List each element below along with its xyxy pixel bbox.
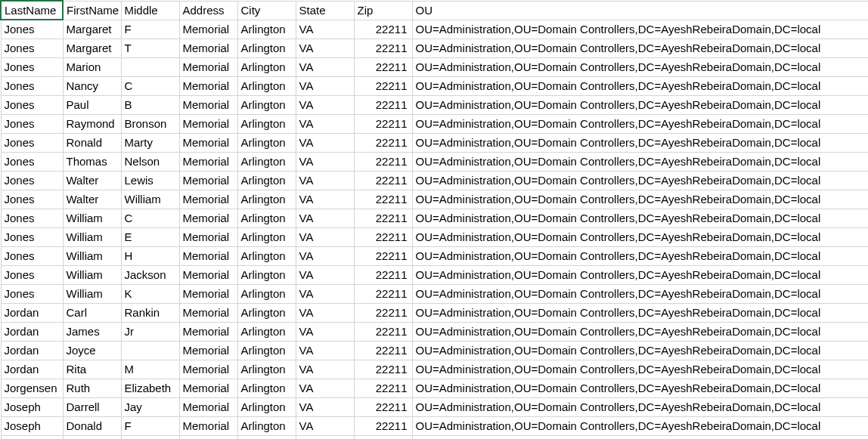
cell-middle[interactable]: C xyxy=(121,76,179,95)
cell-zip[interactable]: 22211 xyxy=(354,341,412,360)
cell-zip[interactable]: 22211 xyxy=(354,76,412,95)
cell-firstname[interactable]: Donald xyxy=(63,416,121,435)
cell-firstname[interactable]: Nancy xyxy=(63,76,121,95)
cell-zip[interactable]: 22211 xyxy=(354,20,412,39)
cell-middle[interactable]: T xyxy=(121,39,179,57)
cell-city[interactable]: Arlington xyxy=(237,397,296,416)
cell-ou[interactable]: OU=Administration,OU=Domain Controllers,… xyxy=(412,114,868,133)
cell-ou[interactable]: OU=Administration,OU=Domain Controllers,… xyxy=(412,435,868,439)
header-zip[interactable]: Zip xyxy=(354,1,412,20)
cell-firstname[interactable]: Ruth xyxy=(63,379,121,397)
cell-address[interactable]: Memorial xyxy=(179,20,237,39)
cell-state[interactable]: VA xyxy=(296,227,354,246)
cell-zip[interactable]: 22211 xyxy=(354,265,412,284)
cell-zip[interactable]: 22211 xyxy=(354,397,412,416)
cell-zip[interactable]: 22211 xyxy=(354,435,412,439)
cell-zip[interactable]: 22211 xyxy=(354,39,412,57)
cell-firstname[interactable]: Walter xyxy=(63,171,121,190)
cell-ou[interactable]: OU=Administration,OU=Domain Controllers,… xyxy=(412,284,868,303)
cell-zip[interactable]: 22211 xyxy=(354,360,412,379)
cell-ou[interactable]: OU=Administration,OU=Domain Controllers,… xyxy=(412,379,868,397)
cell-middle[interactable]: Bronson xyxy=(121,114,179,133)
cell-middle[interactable]: K xyxy=(121,284,179,303)
cell-firstname[interactable]: Carl xyxy=(63,303,121,322)
cell-state[interactable]: VA xyxy=(296,95,354,114)
cell-city[interactable]: Arlington xyxy=(237,360,296,379)
cell-middle[interactable] xyxy=(121,341,179,360)
cell-ou[interactable]: OU=Administration,OU=Domain Controllers,… xyxy=(412,39,868,57)
cell-state[interactable]: VA xyxy=(296,265,354,284)
header-firstname[interactable]: FirstName xyxy=(63,1,121,20)
cell-middle[interactable]: Jay xyxy=(121,397,179,416)
cell-city[interactable]: Arlington xyxy=(237,246,296,265)
cell-city[interactable]: Arlington xyxy=(237,303,296,322)
cell-firstname[interactable]: Raymond xyxy=(63,114,121,133)
cell-zip[interactable]: 22211 xyxy=(354,322,412,341)
cell-zip[interactable]: 22211 xyxy=(354,227,412,246)
cell-city[interactable]: Arlington xyxy=(237,341,296,360)
cell-middle[interactable]: F xyxy=(121,416,179,435)
cell-city[interactable]: Arlington xyxy=(237,190,296,209)
cell-city[interactable]: Arlington xyxy=(237,284,296,303)
cell-city[interactable]: Arlington xyxy=(237,171,296,190)
cell-middle[interactable]: Jackson xyxy=(121,265,179,284)
cell-address[interactable]: Memorial xyxy=(179,190,237,209)
cell-lastname[interactable]: Jones xyxy=(1,171,63,190)
cell-ou[interactable]: OU=Administration,OU=Domain Controllers,… xyxy=(412,416,868,435)
cell-state[interactable]: VA xyxy=(296,341,354,360)
cell-ou[interactable]: OU=Administration,OU=Domain Controllers,… xyxy=(412,246,868,265)
cell-middle[interactable]: William xyxy=(121,190,179,209)
cell-zip[interactable]: 22211 xyxy=(354,57,412,76)
cell-firstname[interactable]: Margaret xyxy=(63,20,121,39)
cell-address[interactable]: Memorial xyxy=(179,152,237,171)
cell-lastname[interactable]: Jones xyxy=(1,246,63,265)
cell-address[interactable]: Memorial xyxy=(179,360,237,379)
cell-ou[interactable]: OU=Administration,OU=Domain Controllers,… xyxy=(412,152,868,171)
cell-middle[interactable]: C xyxy=(121,209,179,227)
cell-state[interactable]: VA xyxy=(296,133,354,152)
cell-middle[interactable]: Lee xyxy=(121,435,179,439)
cell-state[interactable]: VA xyxy=(296,152,354,171)
cell-city[interactable]: Arlington xyxy=(237,265,296,284)
cell-state[interactable]: VA xyxy=(296,39,354,57)
cell-middle[interactable]: Elizabeth xyxy=(121,379,179,397)
header-address[interactable]: Address xyxy=(179,1,237,20)
cell-middle[interactable]: E xyxy=(121,227,179,246)
cell-state[interactable]: VA xyxy=(296,246,354,265)
cell-city[interactable]: Arlington xyxy=(237,39,296,57)
cell-state[interactable]: VA xyxy=(296,322,354,341)
cell-zip[interactable]: 22211 xyxy=(354,114,412,133)
cell-state[interactable]: VA xyxy=(296,190,354,209)
cell-city[interactable]: Arlington xyxy=(237,20,296,39)
cell-firstname[interactable]: Joyce xyxy=(63,341,121,360)
cell-state[interactable]: VA xyxy=(296,416,354,435)
cell-state[interactable]: VA xyxy=(296,209,354,227)
cell-address[interactable]: Memorial xyxy=(179,265,237,284)
cell-zip[interactable]: 22211 xyxy=(354,303,412,322)
cell-lastname[interactable]: Jones xyxy=(1,190,63,209)
cell-middle[interactable]: Rankin xyxy=(121,303,179,322)
cell-city[interactable]: Arlington xyxy=(237,152,296,171)
cell-firstname[interactable]: William xyxy=(63,284,121,303)
cell-city[interactable]: Arlington xyxy=(237,209,296,227)
cell-lastname[interactable]: Jones xyxy=(1,76,63,95)
cell-state[interactable]: VA xyxy=(296,20,354,39)
cell-lastname[interactable]: Jordan xyxy=(1,322,63,341)
cell-lastname[interactable]: Joseph xyxy=(1,416,63,435)
cell-lastname[interactable]: Jones xyxy=(1,57,63,76)
cell-address[interactable]: Memorial xyxy=(179,341,237,360)
cell-zip[interactable]: 22211 xyxy=(354,209,412,227)
cell-state[interactable]: VA xyxy=(296,379,354,397)
spreadsheet-grid[interactable]: LastNameFirstNameMiddleAddressCityStateZ… xyxy=(0,0,868,439)
cell-ou[interactable]: OU=Administration,OU=Domain Controllers,… xyxy=(412,360,868,379)
cell-address[interactable]: Memorial xyxy=(179,379,237,397)
header-city[interactable]: City xyxy=(237,1,296,20)
cell-city[interactable]: Arlington xyxy=(237,435,296,439)
header-state[interactable]: State xyxy=(296,1,354,20)
header-middle[interactable]: Middle xyxy=(121,1,179,20)
cell-address[interactable]: Memorial xyxy=(179,416,237,435)
cell-address[interactable]: Memorial xyxy=(179,227,237,246)
cell-state[interactable]: VA xyxy=(296,171,354,190)
cell-address[interactable]: Memorial xyxy=(179,209,237,227)
cell-ou[interactable]: OU=Administration,OU=Domain Controllers,… xyxy=(412,20,868,39)
